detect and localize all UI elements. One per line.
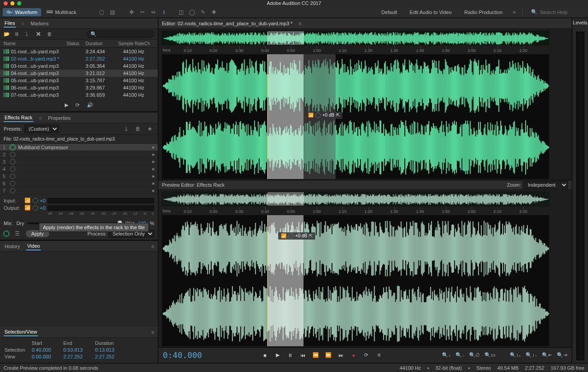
tab-properties[interactable]: Properties <box>47 114 71 122</box>
waveform-main[interactable]: 📶 +0 dB ⇱ dB-3-6-9-15-21--21-15-9-6-3dB … <box>162 54 549 179</box>
fx-slot[interactable]: 7 ▸ <box>0 187 158 194</box>
chevron-right-icon[interactable]: ▸ <box>152 144 155 150</box>
sv-sel-end[interactable]: 0:53.813 <box>63 347 95 353</box>
chevron-right-icon[interactable]: ▸ <box>152 180 155 186</box>
tool-time-select-icon[interactable]: Ⲓ <box>161 9 168 16</box>
gain-hud[interactable]: 📶 +0 dB ⇱ <box>305 112 342 119</box>
minimize-icon[interactable] <box>10 1 14 5</box>
tab-video[interactable]: Video <box>26 242 41 250</box>
chevron-right-icon[interactable]: ▸ <box>152 173 155 179</box>
col-status[interactable]: Status <box>66 41 85 46</box>
file-row[interactable]: 03-root...ub-yard.mp3 3:05.364 44100 Hz <box>0 62 158 70</box>
playhead[interactable] <box>267 54 268 179</box>
panel-menu-icon[interactable]: ≡ <box>152 330 154 335</box>
stop-button[interactable]: ■ <box>262 352 268 358</box>
tab-selection-view[interactable]: Selection/View <box>4 328 38 336</box>
waveform-preview[interactable]: 📶 +0 dB ⇱ dB-3-6-9-15-21--21-15-9-6-3dB … <box>162 215 549 346</box>
sv-sel-start[interactable]: 0:40.000 <box>32 347 63 353</box>
workspace-radio[interactable]: Radio Production <box>459 8 508 17</box>
close-file-icon[interactable]: 🗙 <box>36 31 43 38</box>
fx-power-toggle[interactable] <box>10 188 15 193</box>
hud-gain-value[interactable]: +0 dB <box>322 113 334 118</box>
hud-pin-icon[interactable]: ⇱ <box>336 113 340 118</box>
zoom-reset-icon[interactable]: 🔍∅ <box>469 352 480 358</box>
panel-menu-icon[interactable]: ≡ <box>39 115 42 121</box>
forward-button[interactable]: ⏩ <box>325 352 332 358</box>
fx-slot[interactable]: 6 ▸ <box>0 180 158 187</box>
go-start-button[interactable]: ⏮ <box>300 352 306 358</box>
fx-slot[interactable]: 1 Multiband Compressor ▸ <box>0 144 158 151</box>
play-button[interactable]: ▶ <box>275 352 281 358</box>
fx-power-toggle[interactable] <box>10 174 15 179</box>
zoom-icon[interactable] <box>17 1 21 5</box>
fx-slot[interactable]: 4 ▸ <box>0 165 158 173</box>
pause-button[interactable]: ⏸ <box>287 352 294 358</box>
delete-preset-icon[interactable]: 🗑 <box>134 125 142 132</box>
hud-power-toggle[interactable] <box>315 113 321 118</box>
tab-levels[interactable]: Levels <box>573 20 588 25</box>
workspace-overflow-icon[interactable]: » <box>511 9 518 16</box>
file-row[interactable]: 01-root...ub-yard.mp3 3:24.434 44100 Hz <box>0 48 158 55</box>
col-samplerate[interactable]: Sample Rate <box>114 41 144 46</box>
timeline-main[interactable]: hms 0:100:200:300:400:501:001:101:201:30… <box>162 46 549 54</box>
file-row[interactable]: 07-root...ub-yard.mp3 3:36.659 44100 Hz <box>0 91 158 99</box>
fx-slot[interactable]: 2 ▸ <box>0 151 158 158</box>
overview-main[interactable] <box>162 31 549 45</box>
tool-razor-icon[interactable]: ✂ <box>139 9 146 16</box>
loop-icon[interactable]: ⟳ <box>76 102 80 108</box>
fx-power-toggle[interactable] <box>10 181 15 186</box>
trash-icon[interactable]: 🗑 <box>47 31 53 38</box>
tab-history[interactable]: History <box>4 243 21 250</box>
file-row[interactable]: 06-root...ub-yard.mp3 3:29.867 44100 Hz <box>0 84 158 91</box>
mode-multitrack-button[interactable]: Multitrack <box>43 8 80 16</box>
zoom-sel-icon[interactable]: 🔍▭ <box>484 352 495 358</box>
chevron-right-icon[interactable]: ▸ <box>152 188 155 193</box>
tab-files[interactable]: Files <box>4 19 16 28</box>
panel-menu-icon[interactable]: ≡ <box>299 21 302 26</box>
workspace-default[interactable]: Default <box>376 8 403 17</box>
open-file-icon[interactable]: 📂 <box>4 31 10 38</box>
tool-slip-icon[interactable]: ⇔ <box>150 9 157 16</box>
zoom-select[interactable]: Independent <box>523 181 568 189</box>
timeline-preview[interactable]: hms 0:100:200:300:400:501:001:101:201:30… <box>162 207 549 215</box>
overview-selection[interactable] <box>267 31 303 45</box>
col-channels[interactable]: Ch <box>144 41 154 46</box>
hud-power-toggle[interactable] <box>288 233 294 239</box>
zoom-in-h-icon[interactable]: 🔍₊ <box>442 352 451 358</box>
play-icon[interactable]: ▶ <box>65 102 68 108</box>
loop-button[interactable]: ⟳ <box>363 352 370 358</box>
timecode[interactable]: 0:40.000 <box>163 350 202 360</box>
col-duration[interactable]: Duration <box>85 41 114 46</box>
sv-view-end[interactable]: 2:27.252 <box>63 354 95 359</box>
overview-selection[interactable] <box>267 192 303 206</box>
overview-preview[interactable] <box>162 192 549 206</box>
chevron-right-icon[interactable]: ▸ <box>152 151 155 157</box>
selection-range[interactable] <box>267 54 303 179</box>
close-icon[interactable] <box>4 1 8 5</box>
zoom-out-v-icon[interactable]: 🔍↕₋ <box>526 352 537 358</box>
files-search-input[interactable] <box>99 32 150 37</box>
output-gain[interactable]: +0 <box>40 205 46 211</box>
output-power-toggle[interactable] <box>33 205 38 211</box>
panel-menu-icon[interactable]: ≡ <box>152 244 154 249</box>
fx-power-toggle[interactable] <box>10 166 15 172</box>
tool-brush-icon[interactable]: ✎ <box>199 9 207 16</box>
gain-hud[interactable]: 📶 +0 dB ⇱ <box>278 232 315 240</box>
hud-pin-icon[interactable]: ⇱ <box>309 233 313 238</box>
tool-spectral-toggle-icon[interactable]: ▤ <box>109 9 116 16</box>
mode-waveform-button[interactable]: Waveform <box>3 8 41 16</box>
hud-gain-value[interactable]: +0 dB <box>295 233 307 238</box>
rack-power-toggle[interactable] <box>4 231 9 236</box>
go-end-button[interactable]: ⏭ <box>338 352 344 358</box>
zoom-sel-in-icon[interactable]: 🔍⇤ <box>542 352 552 358</box>
tool-lasso-icon[interactable]: ◯ <box>189 9 196 16</box>
file-row[interactable]: 02-root...b-yard.mp3 * 2:27.252 44100 Hz <box>0 55 158 62</box>
file-row[interactable]: 04-root...ub-yard.mp3 3:21.012 44100 Hz <box>0 70 158 77</box>
zoom-sel-out-icon[interactable]: 🔍⇥ <box>557 352 567 358</box>
tool-hud-toggle-icon[interactable]: ▢ <box>98 9 105 16</box>
sv-view-dur[interactable]: 2:27.252 <box>95 354 127 359</box>
fx-power-toggle[interactable] <box>10 145 15 150</box>
tab-markers[interactable]: Markers <box>30 20 50 27</box>
fx-slot[interactable]: 5 ▸ <box>0 173 158 180</box>
autoplay-icon[interactable]: 🔊 <box>87 102 93 108</box>
